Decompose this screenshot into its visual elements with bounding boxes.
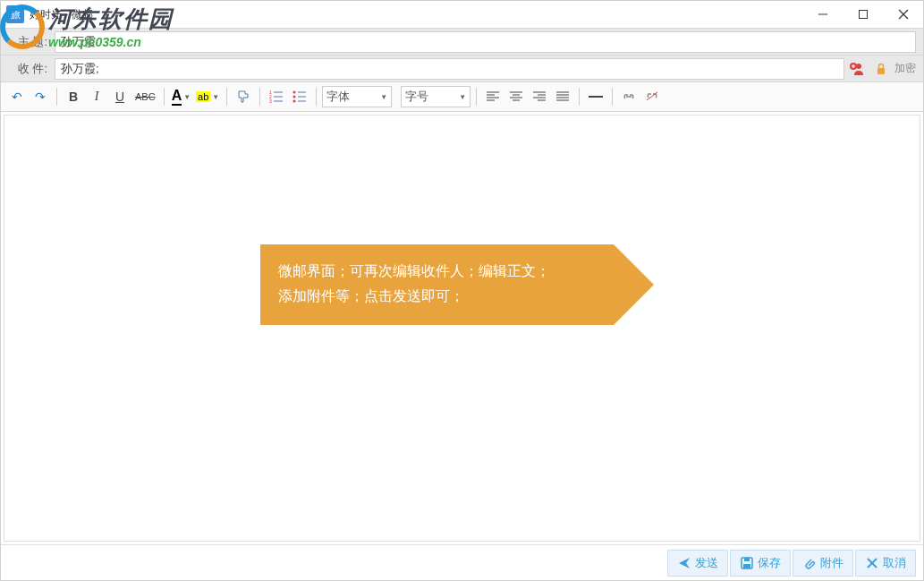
editor-toolbar: ↶ ↷ B I U ABC A ▼ ab ▼ 123 字体 ▼ xyxy=(1,81,923,112)
font-family-label: 字体 xyxy=(326,89,350,105)
separator xyxy=(56,88,57,106)
callout-line2: 添加附件等；点击发送即可； xyxy=(278,284,596,309)
cancel-button[interactable]: 取消 xyxy=(855,550,916,577)
separator xyxy=(164,88,165,106)
window-title: 好时光 - 微邮 xyxy=(30,7,802,22)
bottom-action-bar: 发送 保存 附件 取消 xyxy=(1,544,923,580)
font-family-select[interactable]: 字体 ▼ xyxy=(322,86,392,107)
lock-icon[interactable] xyxy=(871,59,891,79)
align-left-button[interactable] xyxy=(482,86,504,107)
svg-point-17 xyxy=(293,100,296,103)
svg-point-15 xyxy=(293,91,296,94)
paperclip-icon xyxy=(802,556,817,570)
subject-row: 主 题: xyxy=(1,28,923,55)
ordered-list-button[interactable]: 123 xyxy=(266,86,287,107)
svg-rect-41 xyxy=(743,564,750,568)
send-label: 发送 xyxy=(695,555,718,571)
separator xyxy=(579,88,580,106)
send-button[interactable]: 发送 xyxy=(667,550,728,577)
subject-label: 主 题: xyxy=(1,34,55,50)
recipient-row: 收 件: 加密 xyxy=(1,55,923,81)
annotation-callout: 微邮界面；可再次编辑收件人；编辑正文； 添加附件等；点击发送即可； xyxy=(260,244,654,325)
separator xyxy=(226,88,227,106)
separator xyxy=(316,88,317,106)
recipient-input[interactable] xyxy=(55,58,844,80)
encrypt-label: 加密 xyxy=(894,61,916,76)
maximize-button[interactable] xyxy=(843,1,883,28)
svg-rect-40 xyxy=(744,558,750,561)
font-size-select[interactable]: 字号 ▼ xyxy=(401,86,470,107)
subject-input[interactable] xyxy=(55,31,916,53)
cancel-icon xyxy=(865,556,879,570)
link-button[interactable] xyxy=(618,86,640,107)
strikethrough-button[interactable]: ABC xyxy=(132,86,158,107)
save-label: 保存 xyxy=(758,555,781,571)
horizontal-rule-button[interactable] xyxy=(585,86,606,107)
svg-point-16 xyxy=(293,96,296,98)
align-justify-button[interactable] xyxy=(552,86,573,107)
attach-label: 附件 xyxy=(820,555,843,571)
save-icon xyxy=(740,556,754,570)
svg-text:3: 3 xyxy=(269,98,272,103)
titlebar: 旅 好时光 - 微邮 xyxy=(1,1,923,28)
font-size-label: 字号 xyxy=(405,89,428,105)
undo-button[interactable]: ↶ xyxy=(6,86,28,107)
separator xyxy=(612,88,613,106)
align-right-button[interactable] xyxy=(529,86,550,107)
minimize-button[interactable] xyxy=(802,1,843,28)
align-center-button[interactable] xyxy=(505,86,527,107)
highlight-button[interactable]: ab ▼ xyxy=(194,91,221,102)
unlink-button[interactable] xyxy=(641,86,663,107)
close-button[interactable] xyxy=(883,1,923,28)
separator xyxy=(476,88,477,106)
underline-button[interactable]: U xyxy=(109,86,131,107)
bold-button[interactable]: B xyxy=(63,86,84,107)
recipient-label: 收 件: xyxy=(1,61,55,77)
editor-body[interactable]: 微邮界面；可再次编辑收件人；编辑正文； 添加附件等；点击发送即可； xyxy=(4,115,920,542)
send-icon xyxy=(677,556,691,570)
unordered-list-button[interactable] xyxy=(289,86,310,107)
redo-button[interactable]: ↷ xyxy=(30,86,51,107)
callout-line1: 微邮界面；可再次编辑收件人；编辑正文； xyxy=(278,259,596,284)
add-contact-icon[interactable] xyxy=(848,59,868,79)
save-button[interactable]: 保存 xyxy=(730,550,791,577)
italic-button[interactable]: I xyxy=(86,86,107,107)
email-compose-window: 旅 好时光 - 微邮 主 题: 收 件: 加密 ↶ ↷ B I U ABC A xyxy=(0,0,924,581)
svg-rect-8 xyxy=(877,68,885,74)
svg-rect-1 xyxy=(859,11,867,19)
app-icon: 旅 xyxy=(6,5,24,23)
separator xyxy=(259,88,260,106)
cancel-label: 取消 xyxy=(883,555,906,571)
attach-button[interactable]: 附件 xyxy=(793,550,853,577)
format-painter-button[interactable] xyxy=(233,86,254,107)
font-color-button[interactable]: A ▼ xyxy=(170,88,192,106)
callout-arrow-icon xyxy=(614,244,654,325)
